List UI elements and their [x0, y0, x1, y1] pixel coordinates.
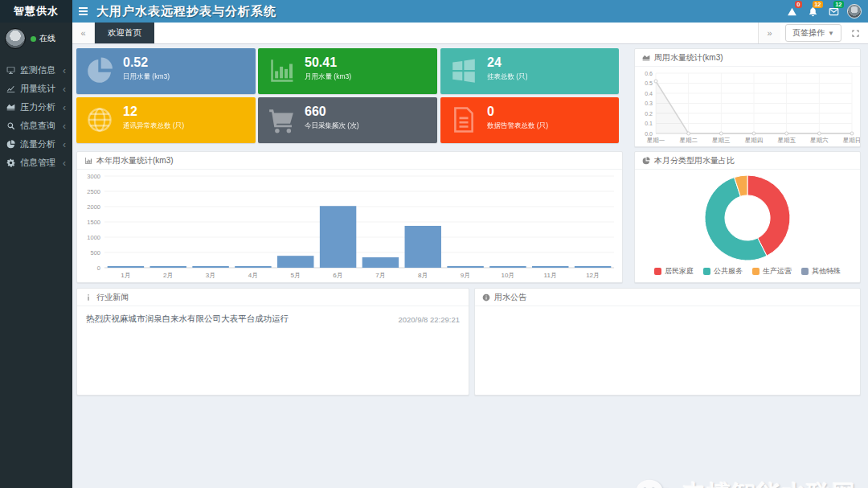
- pie-chart-icon: [86, 57, 113, 84]
- warnings-button[interactable]: 0: [781, 0, 802, 23]
- search-icon: [6, 121, 15, 130]
- stat-value: 12: [123, 105, 137, 119]
- stat-card-meter-total[interactable]: 24 挂表总数 (只): [440, 48, 619, 94]
- area-chart-icon: [642, 54, 650, 62]
- panel-title: 本月分类型用水量占比: [654, 155, 735, 166]
- sidebar-item-flow-analysis[interactable]: 流量分析‹: [0, 135, 72, 154]
- notifications-badge: 12: [813, 1, 823, 8]
- pie-chart-icon: [6, 140, 15, 149]
- stat-card-comm-error[interactable]: 12 通讯异常表总数 (只): [76, 97, 256, 143]
- sidebar-item-label: 压力分析: [20, 101, 58, 113]
- panel-title: 行业新闻: [96, 292, 129, 303]
- svg-text:7月: 7月: [375, 272, 385, 279]
- panel-title: 本年用水量统计(km3): [96, 155, 174, 166]
- svg-text:星期四: 星期四: [745, 137, 764, 144]
- stat-card-monthly-usage[interactable]: 50.41 月用水量 (km3): [258, 48, 437, 94]
- water-notice-panel: 用水公告: [474, 288, 861, 396]
- cart-icon: [268, 106, 295, 133]
- sidebar-item-info-query[interactable]: 信息查询‹: [0, 117, 72, 135]
- top-header: 智慧供水 大用户水表远程抄表与分析系统 0 12 12: [0, 0, 868, 23]
- legend-item[interactable]: 公共服务: [703, 266, 743, 277]
- messages-button[interactable]: 12: [823, 0, 844, 23]
- windows-grid-icon: [450, 57, 477, 84]
- weekly-usage-chart: 0.00.10.20.30.40.50.6星期一星期二星期三星期四星期五星期六星…: [635, 67, 860, 145]
- sidebar-user-avatar[interactable]: [5, 28, 26, 49]
- chevron-left-icon: ‹: [63, 66, 66, 76]
- svg-text:4月: 4月: [248, 272, 258, 279]
- stat-value: 660: [305, 105, 326, 119]
- sidebar-item-info-management[interactable]: 信息管理‹: [0, 154, 72, 172]
- online-status-label: 在线: [39, 33, 55, 44]
- legend-item[interactable]: 其他特殊: [801, 266, 841, 277]
- svg-text:星期三: 星期三: [712, 137, 731, 144]
- chevron-left-icon: ‹: [63, 121, 66, 131]
- stat-card-collect-count[interactable]: 660 今日采集频次 (次): [258, 97, 437, 143]
- main-content: 0.52 日用水量 (km3) 50.41 月用水量 (km3) 24 挂表总数…: [72, 44, 868, 488]
- sidebar-menu: 监测信息‹ 用量统计‹ 压力分析‹ 信息查询‹ 流量分析‹ 信息管理‹: [0, 61, 72, 172]
- legend-label: 居民家庭: [665, 266, 694, 277]
- svg-text:0: 0: [97, 265, 100, 272]
- stat-label: 日用水量 (km3): [123, 72, 170, 82]
- svg-text:3000: 3000: [87, 173, 100, 180]
- file-text-icon: [450, 106, 477, 133]
- svg-text:10月: 10月: [501, 272, 514, 279]
- svg-text:500: 500: [90, 249, 100, 256]
- stat-value: 0: [487, 105, 494, 119]
- hamburger-menu-icon[interactable]: [72, 0, 93, 23]
- notifications-button[interactable]: 12: [802, 0, 823, 23]
- stat-label: 挂表总数 (只): [487, 72, 528, 82]
- stat-label: 通讯异常表总数 (只): [123, 121, 184, 131]
- stat-card-daily-usage[interactable]: 0.52 日用水量 (km3): [76, 48, 256, 94]
- sidebar-item-pressure-analysis[interactable]: 压力分析‹: [0, 98, 72, 117]
- chevron-left-icon: ‹: [63, 158, 66, 168]
- svg-text:11月: 11月: [544, 272, 557, 279]
- gear-icon: [6, 158, 15, 167]
- area-chart-icon: [6, 103, 15, 112]
- stat-value: 50.41: [305, 55, 337, 70]
- online-status-icon: [31, 36, 36, 42]
- caret-down-icon: ▼: [828, 30, 834, 37]
- tab-welcome-home[interactable]: 欢迎首页: [95, 23, 154, 43]
- panel-title: 周用水量统计(km3): [654, 52, 723, 64]
- svg-text:1500: 1500: [87, 219, 100, 226]
- app-title: 大用户水表远程抄表与分析系统: [96, 4, 276, 19]
- svg-text:星期六: 星期六: [810, 137, 829, 144]
- svg-text:2月: 2月: [163, 272, 173, 279]
- svg-text:0.1: 0.1: [645, 121, 653, 126]
- user-avatar[interactable]: [847, 4, 862, 18]
- industry-news-panel: 行业新闻 热烈庆祝麻城市润泉自来水有限公司大表平台成功运行 2020/9/8 2…: [76, 288, 469, 396]
- legend-swatch: [654, 268, 661, 275]
- svg-text:0.2: 0.2: [645, 111, 653, 117]
- app-logo[interactable]: 智慧供水: [0, 0, 72, 23]
- tab-bar: « 欢迎首页 » 页签操作 ▼: [72, 23, 868, 44]
- tab-operations-dropdown[interactable]: 页签操作 ▼: [785, 24, 841, 42]
- news-item-text: 热烈庆祝麻城市润泉自来水有限公司大表平台成功运行: [86, 314, 289, 325]
- chevron-left-icon: ‹: [63, 103, 66, 113]
- sidebar-item-label: 监测信息: [20, 64, 58, 76]
- info-circle-icon: [482, 293, 490, 301]
- svg-text:0.5: 0.5: [645, 80, 653, 86]
- legend-label: 生产运营: [763, 266, 792, 277]
- usage-type-donut-chart: [635, 170, 860, 263]
- double-chevron-right-icon: »: [768, 28, 772, 38]
- tabs-scroll-left-button[interactable]: «: [72, 23, 95, 43]
- svg-text:8月: 8月: [418, 272, 428, 279]
- sidebar-item-label: 流量分析: [20, 138, 58, 150]
- wechat-icon: [634, 477, 676, 488]
- sidebar-item-monitoring[interactable]: 监测信息‹: [0, 61, 72, 80]
- legend-item[interactable]: 居民家庭: [654, 266, 694, 277]
- svg-text:星期一: 星期一: [647, 137, 665, 144]
- svg-text:0.3: 0.3: [645, 100, 653, 106]
- legend-item[interactable]: 生产运营: [752, 266, 792, 277]
- legend-swatch: [752, 268, 760, 275]
- stat-card-alarm-total[interactable]: 0 数据告警表总数 (只): [440, 97, 619, 143]
- fullscreen-button[interactable]: [848, 29, 863, 38]
- tabs-scroll-right-button[interactable]: »: [758, 23, 780, 43]
- sidebar-item-usage-stats[interactable]: 用量统计‹: [0, 80, 72, 98]
- svg-text:12月: 12月: [586, 272, 600, 279]
- bar-chart-icon: [268, 57, 295, 84]
- sidebar-item-label: 信息管理: [20, 157, 58, 169]
- news-item[interactable]: 热烈庆祝麻城市润泉自来水有限公司大表平台成功运行 2020/9/8 22:29:…: [77, 306, 469, 332]
- info-icon: [84, 293, 92, 301]
- usage-type-panel: 本月分类型用水量占比 居民家庭公共服务生产运营其他特殊: [634, 151, 861, 283]
